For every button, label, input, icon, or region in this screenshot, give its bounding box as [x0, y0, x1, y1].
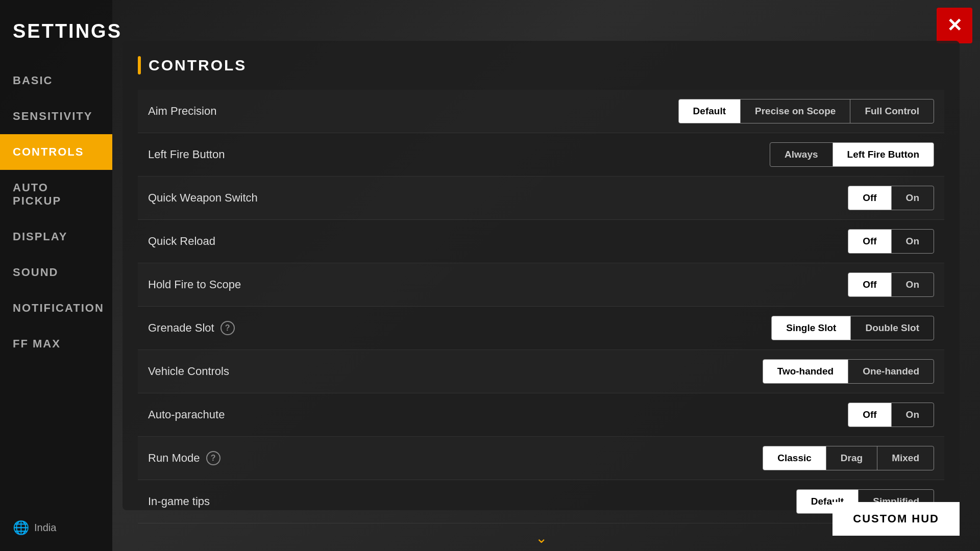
- setting-row-left-fire: Left Fire Button Always Left Fire Button: [138, 133, 944, 177]
- sidebar-item-sensitivity[interactable]: SENSITIVITY: [0, 98, 112, 134]
- setting-label-hold-fire: Hold Fire to Scope: [148, 278, 241, 291]
- toggle-fire-left[interactable]: Left Fire Button: [833, 143, 934, 166]
- toggle-group-vehicle: Two-handed One-handed: [763, 359, 934, 384]
- setting-label-parachute: Auto-parachute: [148, 408, 225, 421]
- setting-label-aim-precision: Aim Precision: [148, 105, 216, 118]
- setting-row-grenade: Grenade Slot ? Single Slot Double Slot: [138, 307, 944, 350]
- setting-row-aim-precision: Aim Precision Default Precise on Scope F…: [138, 90, 944, 133]
- help-icon-run[interactable]: ?: [206, 451, 220, 465]
- sidebar-item-sound[interactable]: SOUND: [0, 255, 112, 290]
- toggle-ap-off[interactable]: Off: [848, 403, 891, 427]
- toggle-ap-on[interactable]: On: [892, 403, 934, 427]
- setting-row-run-mode: Run Mode ? Classic Drag Mixed: [138, 437, 944, 480]
- sidebar-item-notification[interactable]: NOTIFICATION: [0, 290, 112, 326]
- label-wrap: Left Fire Button: [148, 148, 225, 161]
- app-title: SETTINGS: [0, 10, 112, 63]
- label-wrap: Run Mode ?: [148, 451, 220, 465]
- toggle-rm-mixed[interactable]: Mixed: [877, 446, 934, 470]
- help-icon-grenade[interactable]: ?: [220, 321, 235, 335]
- globe-icon: 🌐: [13, 520, 29, 536]
- sidebar-item-ff-max[interactable]: FF MAX: [0, 326, 112, 362]
- toggle-group-left-fire: Always Left Fire Button: [770, 142, 934, 167]
- label-wrap: Quick Weapon Switch: [148, 191, 258, 205]
- toggle-group-grenade: Single Slot Double Slot: [771, 316, 934, 340]
- setting-label-quick-weapon: Quick Weapon Switch: [148, 191, 258, 205]
- custom-hud-button[interactable]: CUSTOM HUD: [832, 502, 960, 536]
- toggle-vc-one[interactable]: One-handed: [848, 360, 934, 383]
- setting-label-run-mode: Run Mode: [148, 452, 200, 465]
- label-wrap: Auto-parachute: [148, 408, 225, 421]
- setting-label-ingame-tips: In-game tips: [148, 495, 210, 508]
- toggle-hf-off[interactable]: Off: [848, 273, 891, 296]
- sidebar-footer: 🌐 India: [13, 520, 56, 536]
- sidebar-item-basic[interactable]: BASIC: [0, 63, 112, 98]
- toggle-rm-classic[interactable]: Classic: [763, 446, 826, 470]
- toggle-group-quick-reload: Off On: [848, 229, 934, 254]
- toggle-gs-single[interactable]: Single Slot: [772, 316, 851, 340]
- setting-row-quick-weapon: Quick Weapon Switch Off On: [138, 177, 944, 220]
- setting-label-left-fire: Left Fire Button: [148, 148, 225, 161]
- setting-row-parachute: Auto-parachute Off On: [138, 393, 944, 437]
- setting-row-ingame-tips: In-game tips Default Simplified: [138, 480, 944, 523]
- toggle-group-run-mode: Classic Drag Mixed: [763, 446, 934, 470]
- toggle-vc-two[interactable]: Two-handed: [763, 360, 848, 383]
- toggle-fire-always[interactable]: Always: [770, 143, 832, 166]
- toggle-qr-off[interactable]: Off: [848, 230, 891, 253]
- toggle-rm-drag[interactable]: Drag: [826, 446, 877, 470]
- toggle-qw-off[interactable]: Off: [848, 186, 891, 210]
- region-label: India: [34, 522, 56, 534]
- sidebar-item-auto-pickup[interactable]: AUTO PICKUP: [0, 170, 112, 219]
- setting-row-vehicle: Vehicle Controls Two-handed One-handed: [138, 350, 944, 393]
- label-wrap: Vehicle Controls: [148, 365, 229, 378]
- label-wrap: In-game tips: [148, 495, 210, 508]
- settings-list: Aim Precision Default Precise on Scope F…: [138, 90, 944, 523]
- section-header: CONTROLS: [138, 56, 944, 74]
- sidebar-item-controls[interactable]: CONTROLS: [0, 134, 112, 170]
- setting-label-vehicle: Vehicle Controls: [148, 365, 229, 378]
- label-wrap: Quick Reload: [148, 235, 215, 248]
- label-wrap: Aim Precision: [148, 105, 216, 118]
- setting-label-quick-reload: Quick Reload: [148, 235, 215, 248]
- label-wrap: Grenade Slot ?: [148, 321, 235, 335]
- toggle-qw-on[interactable]: On: [892, 186, 934, 210]
- toggle-group-quick-weapon: Off On: [848, 186, 934, 210]
- sidebar: SETTINGS BASIC SENSITIVITY CONTROLS AUTO…: [0, 0, 112, 551]
- toggle-gs-double[interactable]: Double Slot: [851, 316, 934, 340]
- toggle-aim-full[interactable]: Full Control: [850, 99, 934, 123]
- toggle-aim-precise[interactable]: Precise on Scope: [741, 99, 850, 123]
- main-content: CONTROLS Aim Precision Default Precise o…: [122, 41, 960, 510]
- toggle-qr-on[interactable]: On: [892, 230, 934, 253]
- section-bar-accent: [138, 56, 141, 74]
- toggle-group-parachute: Off On: [848, 403, 934, 427]
- close-button[interactable]: ✕: [937, 8, 972, 43]
- setting-label-grenade: Grenade Slot: [148, 321, 214, 335]
- chevron-down-icon: ⌄: [535, 530, 547, 546]
- toggle-aim-default[interactable]: Default: [679, 99, 741, 123]
- sidebar-item-display[interactable]: DISPLAY: [0, 219, 112, 255]
- scroll-indicator: ⌄: [138, 523, 944, 551]
- setting-row-hold-fire: Hold Fire to Scope Off On: [138, 263, 944, 307]
- label-wrap: Hold Fire to Scope: [148, 278, 241, 291]
- toggle-hf-on[interactable]: On: [892, 273, 934, 296]
- setting-row-quick-reload: Quick Reload Off On: [138, 220, 944, 263]
- toggle-group-aim-precision: Default Precise on Scope Full Control: [678, 99, 934, 123]
- toggle-group-hold-fire: Off On: [848, 272, 934, 297]
- section-title: CONTROLS: [149, 57, 247, 74]
